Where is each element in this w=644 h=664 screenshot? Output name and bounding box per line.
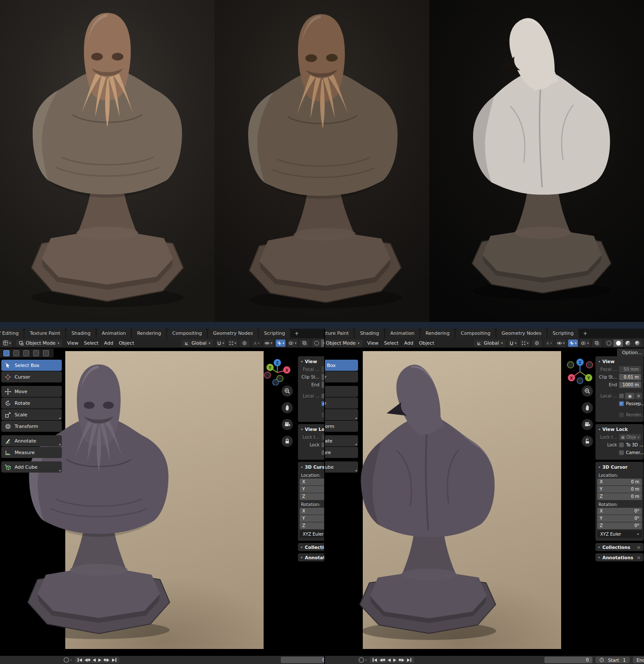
local-camera-checkbox[interactable] bbox=[322, 394, 324, 398]
tab-geometry-nodes[interactable]: Geometry Nodes bbox=[208, 329, 258, 338]
show-object-types-dropdown[interactable]: ▾ bbox=[264, 340, 273, 347]
menu-select[interactable]: Select bbox=[83, 340, 99, 347]
jump-to-end-button[interactable] bbox=[112, 658, 116, 662]
tool-transform[interactable]: Transform bbox=[1, 421, 62, 432]
tab-compositing[interactable]: Compositing bbox=[167, 329, 207, 338]
rotation-z-field[interactable]: Z0° bbox=[597, 522, 642, 529]
tool-cursor[interactable]: Cursor bbox=[325, 371, 358, 382]
select-mode-set[interactable] bbox=[3, 350, 9, 356]
gizmo-toggle[interactable]: ▾ bbox=[568, 340, 578, 347]
tool-options-button[interactable]: Option... bbox=[617, 349, 644, 357]
zoom-tool-icon[interactable] bbox=[582, 385, 593, 397]
menu-add[interactable]: Add bbox=[103, 340, 114, 347]
keying-dropdown[interactable]: ▾ bbox=[365, 658, 367, 662]
lock-camera-checkbox[interactable] bbox=[322, 450, 324, 455]
lock-to-3d-cursor-checkbox[interactable] bbox=[619, 443, 624, 447]
tool-move[interactable]: Move bbox=[325, 386, 358, 397]
rotation-y-field[interactable]: Y0° bbox=[300, 515, 324, 522]
tab-animation[interactable]: Animation bbox=[385, 329, 419, 338]
cursor-3d-header[interactable]: ▾3D Cursor bbox=[298, 462, 324, 471]
tab-shading[interactable]: Shading bbox=[355, 329, 384, 338]
navigation-gizmo[interactable]: Z X Y bbox=[263, 357, 292, 385]
tool-rotate[interactable]: Rotate bbox=[1, 397, 62, 409]
prev-keyframe-button[interactable] bbox=[380, 658, 385, 662]
view-panel-header[interactable]: ▾View bbox=[595, 357, 644, 366]
mode-dropdown[interactable]: Object Mode▾ bbox=[325, 340, 362, 347]
rotation-x-field[interactable]: X0° bbox=[300, 508, 324, 515]
shading-solid-button[interactable] bbox=[321, 340, 324, 347]
keying-dropdown[interactable]: ▾ bbox=[70, 658, 72, 662]
location-x-field[interactable]: X0 m bbox=[597, 479, 642, 485]
lock-to-object-field[interactable]: ▣Obje bbox=[322, 434, 324, 440]
cursor-3d-header[interactable]: ▾3D Cursor bbox=[595, 462, 644, 471]
add-workspace-button[interactable]: + bbox=[580, 330, 591, 338]
shading-rendered-button[interactable] bbox=[632, 340, 642, 347]
xray-toggle[interactable] bbox=[592, 340, 602, 347]
tool-measure[interactable]: Measure bbox=[1, 447, 62, 458]
clip-end-field[interactable]: 1000 m bbox=[322, 382, 324, 388]
tab-rendering[interactable]: Rendering bbox=[420, 329, 455, 338]
view-lock-header[interactable]: ▾View Lock bbox=[595, 424, 644, 434]
falloff-curve-dropdown[interactable]: ∧▾ bbox=[252, 340, 261, 347]
lock-to-object-field[interactable]: ▣Obje bbox=[619, 434, 641, 440]
location-y-field[interactable]: Y0 m bbox=[300, 486, 324, 493]
xray-toggle[interactable] bbox=[300, 340, 310, 347]
jump-to-start-button[interactable] bbox=[373, 658, 377, 662]
next-keyframe-button[interactable] bbox=[104, 658, 109, 662]
camera-view-icon[interactable] bbox=[282, 419, 293, 430]
tab-scripting[interactable]: Scripting bbox=[259, 329, 290, 338]
select-mode-invert[interactable] bbox=[33, 350, 39, 356]
menu-select[interactable]: Select bbox=[383, 340, 399, 347]
annotations-panel-header[interactable]: ▸Annotations≡ bbox=[595, 553, 644, 561]
lock-view-icon[interactable] bbox=[282, 436, 293, 447]
next-keyframe-button[interactable] bbox=[399, 658, 404, 662]
clip-start-field[interactable]: 0.01 m bbox=[322, 374, 324, 380]
menu-view[interactable]: View bbox=[366, 340, 379, 347]
pan-hand-icon[interactable] bbox=[582, 402, 593, 413]
jump-to-end-button[interactable] bbox=[407, 658, 411, 662]
rotation-x-field[interactable]: X0° bbox=[597, 508, 642, 515]
location-y-field[interactable]: Y0 m bbox=[597, 486, 642, 493]
location-z-field[interactable]: Z0 m bbox=[597, 493, 642, 500]
editor-type-dropdown[interactable]: ▾ bbox=[2, 340, 12, 347]
overlays-dropdown[interactable]: ▾ bbox=[580, 340, 590, 347]
collections-panel-header[interactable]: ▸Collections≡ bbox=[298, 543, 324, 551]
creature-bust-model-back[interactable] bbox=[336, 361, 516, 643]
mode-dropdown[interactable]: Object Mode▾ bbox=[16, 340, 62, 347]
tool-add-cube[interactable]: Add Cube bbox=[1, 461, 62, 473]
tool-move[interactable]: Move bbox=[1, 386, 62, 397]
play-reverse-button[interactable] bbox=[93, 658, 96, 662]
menu-view[interactable]: View bbox=[66, 340, 79, 347]
play-button[interactable] bbox=[393, 658, 396, 662]
clear-camera-button[interactable]: × bbox=[635, 393, 642, 399]
camera-object-button[interactable]: ▣ bbox=[625, 393, 635, 399]
transform-orientation-dropdown[interactable]: Global▾ bbox=[182, 340, 213, 347]
annotations-panel-header[interactable]: ▸Annotations≡ bbox=[298, 553, 324, 561]
tool-scale[interactable]: Scale bbox=[1, 409, 62, 420]
pan-hand-icon[interactable] bbox=[282, 402, 293, 413]
lock-to-3d-cursor-checkbox[interactable] bbox=[322, 443, 324, 447]
view-panel-header[interactable]: ▾View bbox=[298, 357, 324, 366]
tab-geometry-nodes[interactable]: Geometry Nodes bbox=[496, 329, 547, 338]
rotation-order-dropdown[interactable]: XYZ Euler▾ bbox=[300, 531, 324, 538]
current-frame-field[interactable]: 0 bbox=[281, 657, 324, 663]
select-mode-intersect[interactable] bbox=[43, 350, 49, 356]
tool-measure[interactable]: Measure bbox=[325, 447, 358, 458]
falloff-curve-dropdown[interactable]: ∧▾ bbox=[544, 340, 554, 347]
menu-object[interactable]: Object bbox=[418, 340, 435, 347]
rotation-y-field[interactable]: Y0° bbox=[597, 515, 642, 522]
tab-texture-paint[interactable]: Texture Paint bbox=[325, 329, 354, 338]
auto-keying-toggle[interactable] bbox=[64, 657, 69, 663]
lock-camera-checkbox[interactable] bbox=[619, 450, 624, 455]
tab-animation[interactable]: Animation bbox=[97, 329, 131, 338]
prev-keyframe-button[interactable] bbox=[85, 658, 90, 662]
tool-select-box[interactable]: Select Box bbox=[325, 360, 358, 371]
tab-uv-editing[interactable]: UV Editing bbox=[0, 329, 24, 338]
tab-shading[interactable]: Shading bbox=[66, 329, 96, 338]
tool-add-cube[interactable]: Add Cube bbox=[325, 461, 358, 473]
current-frame-field[interactable]: 0 bbox=[544, 657, 592, 663]
play-reverse-button[interactable] bbox=[388, 658, 391, 662]
tab-texture-paint[interactable]: Texture Paint bbox=[24, 329, 65, 338]
viewport-3d[interactable]: Select Box Cursor Move Rotate Scale Tran… bbox=[0, 348, 324, 656]
show-object-types-dropdown[interactable]: ▾ bbox=[556, 340, 566, 347]
